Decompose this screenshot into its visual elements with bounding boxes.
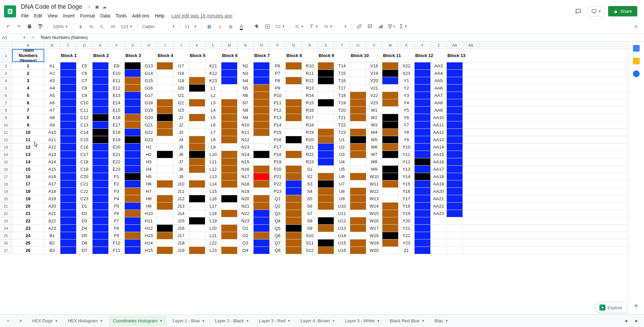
color-cell[interactable] — [157, 217, 173, 224]
color-cell[interactable] — [447, 62, 463, 69]
color-cell[interactable] — [60, 121, 76, 128]
color-cell[interactable] — [415, 210, 431, 217]
color-cell[interactable] — [221, 210, 237, 217]
color-cell[interactable] — [93, 217, 109, 224]
label-cell[interactable]: B1 — [44, 232, 60, 239]
link-icon[interactable] — [355, 22, 364, 31]
comment-icon[interactable] — [365, 22, 375, 31]
color-cell[interactable] — [157, 62, 173, 69]
label-cell[interactable]: L3 — [205, 99, 221, 106]
color-cell[interactable] — [254, 92, 270, 99]
color-cell[interactable] — [221, 77, 237, 84]
color-cell[interactable] — [382, 62, 398, 69]
color-cell[interactable] — [318, 239, 334, 247]
color-cell[interactable] — [350, 151, 366, 158]
color-cell[interactable] — [447, 180, 463, 187]
color-cell[interactable] — [350, 195, 366, 202]
label-cell[interactable]: E11 — [109, 77, 125, 84]
row-header[interactable]: 22 — [0, 210, 12, 217]
label-cell[interactable]: E12 — [109, 85, 125, 92]
sheet-tab[interactable]: Blac▼ — [431, 316, 452, 326]
label-cell[interactable]: U4 — [334, 158, 350, 165]
color-cell[interactable] — [382, 225, 398, 232]
label-cell[interactable]: W11 — [366, 180, 382, 187]
label-cell[interactable]: F11 — [109, 247, 125, 254]
label-cell[interactable]: Y14 — [398, 173, 415, 180]
label-cell[interactable]: C14 — [76, 129, 93, 136]
color-cell[interactable] — [93, 62, 109, 69]
label-cell[interactable]: S9 — [302, 225, 318, 232]
label-cell[interactable]: R18 — [302, 121, 318, 128]
color-cell[interactable] — [93, 129, 109, 136]
color-cell[interactable] — [382, 203, 398, 210]
wrap-select[interactable]: ▼ — [322, 23, 335, 30]
color-cell[interactable] — [382, 99, 398, 106]
label-cell[interactable]: E23 — [109, 166, 125, 173]
block-header-label[interactable]: Block 7 — [254, 49, 270, 62]
label-cell[interactable]: W18 — [366, 232, 382, 239]
label-cell[interactable]: W2 — [366, 114, 382, 121]
label-cell[interactable]: AA15 — [431, 151, 447, 158]
color-cell[interactable] — [189, 166, 205, 173]
comments-icon[interactable] — [572, 5, 584, 17]
color-cell[interactable] — [286, 99, 302, 106]
color-cell[interactable] — [350, 173, 366, 180]
col-header[interactable]: C — [60, 42, 76, 49]
color-cell[interactable] — [125, 232, 141, 239]
menu-file[interactable]: File — [19, 12, 31, 20]
label-cell[interactable]: E21 — [109, 151, 125, 158]
row-header[interactable]: 5 — [0, 85, 12, 92]
row-header[interactable]: 7 — [0, 99, 12, 106]
color-cell[interactable] — [254, 225, 270, 232]
color-cell[interactable] — [221, 158, 237, 165]
color-cell[interactable] — [447, 203, 463, 210]
present-button[interactable]: ▼ — [588, 6, 604, 16]
label-cell[interactable]: H5 — [141, 173, 157, 180]
color-cell[interactable] — [157, 203, 173, 210]
color-cell[interactable] — [415, 188, 431, 195]
label-cell[interactable]: L1 — [205, 85, 221, 92]
color-cell[interactable] — [60, 166, 76, 173]
label-cell[interactable]: J14 — [173, 210, 189, 217]
color-cell[interactable] — [447, 166, 463, 173]
color-cell[interactable] — [318, 217, 334, 224]
color-cell[interactable] — [286, 210, 302, 217]
label-cell[interactable]: Y15 — [398, 180, 415, 187]
col-header[interactable]: AB — [463, 42, 479, 49]
label-cell[interactable]: W13 — [366, 195, 382, 202]
team-number-cell[interactable]: 2 — [12, 70, 44, 77]
color-cell[interactable] — [286, 62, 302, 69]
color-cell[interactable] — [93, 225, 109, 232]
label-cell[interactable]: S10 — [302, 232, 318, 239]
label-cell[interactable]: N3 — [237, 70, 254, 77]
color-cell[interactable] — [93, 232, 109, 239]
team-number-cell[interactable]: 4 — [12, 85, 44, 92]
label-cell[interactable]: T16 — [334, 77, 350, 84]
label-cell[interactable]: R13 — [302, 85, 318, 92]
color-cell[interactable] — [221, 107, 237, 114]
label-cell[interactable]: N7 — [237, 99, 254, 106]
color-cell[interactable] — [60, 210, 76, 217]
label-cell[interactable]: J9 — [173, 173, 189, 180]
col-header[interactable]: T — [334, 42, 350, 49]
color-cell[interactable] — [60, 225, 76, 232]
label-cell[interactable]: D3 — [76, 217, 93, 224]
label-cell[interactable]: V23 — [366, 99, 382, 106]
col-header[interactable]: G — [125, 42, 141, 49]
label-cell[interactable]: G18 — [141, 99, 157, 106]
team-number-cell[interactable]: 20 — [12, 203, 44, 210]
color-cell[interactable] — [93, 77, 109, 84]
color-cell[interactable] — [157, 195, 173, 202]
label-cell[interactable]: P14 — [270, 121, 286, 128]
label-cell[interactable] — [431, 239, 447, 247]
team-number-cell[interactable]: 15 — [12, 166, 44, 173]
label-cell[interactable]: K23 — [205, 77, 221, 84]
add-side-icon[interactable]: + — [634, 302, 638, 310]
menu-add-ons[interactable]: Add-ons — [129, 12, 152, 20]
label-cell[interactable]: E22 — [109, 158, 125, 165]
label-cell[interactable]: D2 — [76, 210, 93, 217]
explore-button[interactable]: ✦ Explore — [595, 302, 627, 313]
menu-data[interactable]: Data — [98, 12, 113, 20]
color-cell[interactable] — [221, 121, 237, 128]
label-cell[interactable]: S7 — [302, 210, 318, 217]
